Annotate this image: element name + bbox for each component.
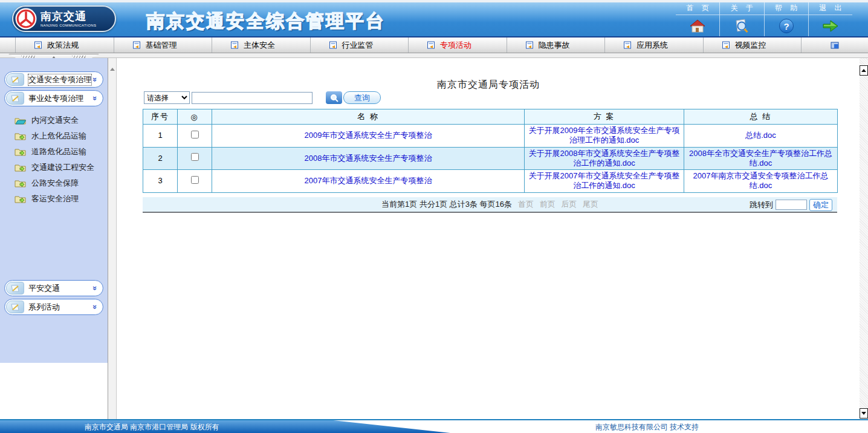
sidebar-item-label: 道路危化品运输	[31, 146, 86, 157]
search-filter-select[interactable]: 请选择	[144, 91, 190, 104]
jump-label: 跳转到	[750, 200, 773, 210]
jump-confirm-button[interactable]: 确定	[809, 199, 832, 211]
sidebar-bottom-groups: 平安交通 » 系列活动 »	[0, 280, 108, 317]
activity-name-link[interactable]: 2007年市交通系统安全生产专项整治	[212, 170, 525, 193]
summary-doc-link[interactable]: 2008年全市交通安全生产专项整治工作总结.doc	[684, 147, 838, 170]
home-icon[interactable]	[690, 15, 705, 36]
sidebar-item-construction-safety[interactable]: 交通建设工程安全	[0, 160, 108, 175]
col-header-summary: 总 结	[684, 109, 838, 125]
tab-label: 应用系统	[636, 40, 668, 51]
tab-video-monitoring[interactable]: 视频监控	[704, 37, 802, 53]
help-icon[interactable]: ?	[779, 15, 794, 36]
main-content: 南京市交通局专项活动 请选择 查询 序号 ◎	[117, 58, 860, 419]
tab-policy[interactable]: 政策法规	[16, 37, 114, 53]
scroll-down-button[interactable]	[860, 408, 868, 418]
next-page-link[interactable]: 后页	[561, 200, 577, 209]
chevron-down-icon: »	[91, 77, 100, 82]
tab-hazard-accidents[interactable]: 隐患事故	[507, 37, 606, 53]
sidebar-group-traffic-safety-governance[interactable]: 交通安全专项治理 »	[4, 71, 103, 88]
tab-label: 专项活动	[440, 40, 471, 51]
sidebar-group-label: 平安交通	[28, 283, 60, 294]
sidebar-group-safe-traffic[interactable]: 平安交通 »	[4, 280, 103, 296]
prev-page-link[interactable]: 前页	[540, 200, 555, 209]
quicklink-exit[interactable]: 退 出	[808, 2, 852, 36]
pagination-links: 首页 前页 后页 尾页	[514, 199, 598, 210]
quicklink-home[interactable]: 首 页	[676, 2, 719, 36]
tab-label: 主体安全	[244, 40, 275, 51]
logo: 南京交通 NANJING COMMUNICATIONS	[12, 5, 116, 32]
nav-stub	[0, 37, 16, 53]
scroll-up-icon	[861, 69, 866, 72]
plan-doc-link[interactable]: 关于开展2008年市交通系统安全生产专项整治工作的通知.doc	[525, 147, 684, 170]
search-icon	[326, 91, 342, 104]
svg-text:?: ?	[783, 21, 789, 31]
tab-basic-mgmt[interactable]: 基础管理	[114, 37, 213, 53]
logo-subtitle: NANJING COMMUNICATIONS	[40, 24, 96, 27]
row-index: 3	[143, 170, 178, 193]
footer-swoosh	[0, 420, 450, 433]
quicklink-help[interactable]: 帮 助 ?	[764, 2, 808, 36]
first-page-link[interactable]: 首页	[518, 200, 534, 209]
page-scrollbar[interactable]	[860, 58, 868, 419]
sidebar-item-passenger-transport-safety[interactable]: 客运安全治理	[0, 191, 108, 207]
scroll-up-button[interactable]	[860, 65, 868, 76]
col-header-index: 序号	[143, 109, 178, 125]
quicklink-about[interactable]: 关 于	[719, 2, 763, 36]
search-button[interactable]: 查询	[326, 91, 381, 104]
scroll-down-icon	[861, 412, 866, 415]
pagination-bar: 当前第1页 共分1页 总计3条 每页16条 首页 前页 后页 尾页 跳转到 确定	[143, 197, 837, 213]
plan-doc-link[interactable]: 关于开展2009年全市交通系统安全生产专项治理工作的通知.doc	[525, 125, 684, 148]
last-page-link[interactable]: 尾页	[583, 200, 598, 209]
tab-industry-supervision[interactable]: 行业监管	[311, 37, 409, 53]
about-icon[interactable]	[734, 15, 750, 36]
row-index: 1	[143, 125, 178, 148]
tab-label: 隐患事故	[539, 40, 570, 51]
jump-page-input[interactable]	[776, 200, 807, 210]
notepad-icon	[6, 301, 24, 313]
folder-icon	[15, 179, 26, 187]
open-folder-icon	[15, 116, 26, 125]
quick-links: 首 页 关 于 帮 助	[676, 2, 852, 36]
sidebar-group-series-activities[interactable]: 系列活动 »	[4, 299, 103, 315]
sub-strip	[0, 53, 868, 58]
notepad-icon	[6, 73, 24, 86]
sidebar-item-highway-safety[interactable]: 公路安全保障	[0, 175, 108, 191]
tab-subject-safety[interactable]: 主体安全	[212, 37, 311, 53]
quicklink-exit-label: 退 出	[809, 2, 852, 15]
sidebar-item-water-hazmat-transport[interactable]: 水上危化品运输	[0, 128, 108, 144]
chevron-down-icon: »	[91, 286, 100, 290]
platform-title: 南京交通安全综合管理平台	[146, 9, 386, 34]
search-input[interactable]	[192, 92, 313, 104]
sidebar-group-label: 系列活动	[28, 302, 60, 313]
table-row: 2 2008年市交通系统安全生产专项整治 关于开展2008年市交通系统安全生产专…	[143, 147, 838, 170]
exit-icon[interactable]	[822, 15, 839, 36]
window-restore-button[interactable]	[802, 37, 868, 53]
row-checkbox[interactable]	[191, 176, 199, 184]
plan-doc-link[interactable]: 关于开展2007年市交通系统安全生产专项整治工作的通知.doc	[525, 170, 684, 193]
chevron-down-icon: »	[91, 305, 100, 309]
sidebar-item-road-hazmat-transport[interactable]: 道路危化品运输	[0, 144, 108, 160]
row-checkbox[interactable]	[191, 153, 199, 161]
doc-icon	[722, 41, 730, 49]
row-checkbox[interactable]	[191, 131, 199, 138]
logo-emblem-icon	[15, 8, 37, 30]
tab-special-activities[interactable]: 专项活动	[409, 37, 507, 53]
activity-name-link[interactable]: 2008年市交通系统安全生产专项整治	[212, 147, 525, 170]
app-header: 南京交通 NANJING COMMUNICATIONS 南京交通安全综合管理平台…	[0, 0, 868, 36]
logo-brand: 南京交通	[40, 11, 96, 22]
notepad-icon	[6, 282, 24, 295]
tab-application-systems[interactable]: 应用系统	[605, 37, 704, 53]
row-index: 2	[143, 147, 178, 170]
activity-name-link[interactable]: 2009年市交通系统安全生产专项整治	[212, 125, 525, 148]
sidebar-scrollbar[interactable]	[108, 58, 117, 419]
summary-doc-link[interactable]: 总结.doc	[684, 125, 838, 148]
sidebar-item-label: 客运安全治理	[31, 194, 79, 204]
summary-doc-link[interactable]: 2007年南京市交通安全专项整治工作总结.doc	[684, 170, 838, 193]
table-row: 3 2007年市交通系统安全生产专项整治 关于开展2007年市交通系统安全生产专…	[143, 170, 838, 193]
sidebar-group-division-governance[interactable]: 事业处专项治理 »	[4, 90, 103, 106]
page-jump: 跳转到 确定	[750, 198, 832, 212]
table-header-row: 序号 ◎ 名 称 方 案 总 结	[143, 109, 838, 125]
sidebar-item-label: 水上危化品运输	[31, 131, 86, 142]
sidebar-item-inland-river-safety[interactable]: 内河交通安全	[0, 112, 108, 128]
sidebar-item-label: 公路安全保障	[31, 178, 79, 189]
